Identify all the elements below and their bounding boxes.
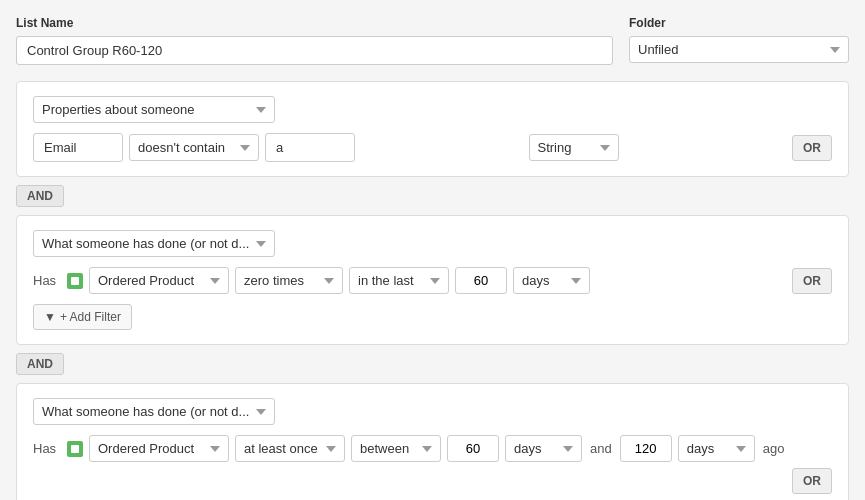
block3-days-input2[interactable] xyxy=(620,435,672,462)
block3-days-unit-select1[interactable]: days weeks months xyxy=(505,435,582,462)
block2-add-filter-label: + Add Filter xyxy=(60,310,121,324)
page-container: List Name Folder Unfiled My Lists Shared… xyxy=(16,16,849,500)
block2-event-select[interactable]: Ordered Product xyxy=(89,267,229,294)
block1-type-select[interactable]: String Number Date xyxy=(529,134,619,161)
block2-days-input[interactable] xyxy=(455,267,507,294)
folder-group: Folder Unfiled My Lists Shared Lists xyxy=(629,16,849,65)
block3-days-input1[interactable] xyxy=(447,435,499,462)
block3-frequency-select[interactable]: at least once zero times exactly more th… xyxy=(235,435,345,462)
block3-filter-row: Has Ordered Product at least once zero t… xyxy=(33,435,832,494)
block3-days-unit-select2[interactable]: days weeks months xyxy=(678,435,755,462)
block2-event-icon xyxy=(67,273,83,289)
block2-frequency-select[interactable]: zero times at least once exactly more th… xyxy=(235,267,343,294)
block2-has-label: Has xyxy=(33,273,61,288)
block1-property-input[interactable] xyxy=(33,133,123,162)
block1-header: Properties about someone What someone ha… xyxy=(33,96,832,123)
and-separator-2: AND xyxy=(16,353,849,375)
block1-or-button[interactable]: OR xyxy=(792,135,832,161)
block3-and-text: and xyxy=(588,436,614,461)
block2-time-select[interactable]: in the last before after between xyxy=(349,267,449,294)
folder-select[interactable]: Unfiled My Lists Shared Lists xyxy=(629,36,849,63)
block3-category-select[interactable]: What someone has done (or not d... Prope… xyxy=(33,398,275,425)
block2-or-button[interactable]: OR xyxy=(792,268,832,294)
and-badge-1: AND xyxy=(16,185,64,207)
block2-filter-row: Has Ordered Product zero times at least … xyxy=(33,267,832,294)
block1-filter-row: doesn't contain contains equals is empty… xyxy=(33,133,832,162)
block1-category-select[interactable]: Properties about someone What someone ha… xyxy=(33,96,275,123)
block3-time-select[interactable]: between in the last before after xyxy=(351,435,441,462)
block1-card: Properties about someone What someone ha… xyxy=(16,81,849,177)
folder-label: Folder xyxy=(629,16,849,30)
block1-operator-select[interactable]: doesn't contain contains equals is empty xyxy=(129,134,259,161)
block3-header: What someone has done (or not d... Prope… xyxy=(33,398,832,425)
top-row: List Name Folder Unfiled My Lists Shared… xyxy=(16,16,849,65)
block3-or-button[interactable]: OR xyxy=(792,468,832,494)
block2-add-filter-row: ▼ + Add Filter xyxy=(33,294,832,330)
list-name-label: List Name xyxy=(16,16,613,30)
block3-add-filter-row: ▼ + Add Filter xyxy=(33,494,832,500)
block2-card: What someone has done (or not d... Prope… xyxy=(16,215,849,345)
block3-card: What someone has done (or not d... Prope… xyxy=(16,383,849,500)
block3-ago-text: ago xyxy=(761,436,787,461)
block3-has-label: Has xyxy=(33,441,61,456)
block2-add-filter-button[interactable]: ▼ + Add Filter xyxy=(33,304,132,330)
list-name-input[interactable] xyxy=(16,36,613,65)
block2-add-filter-icon: ▼ xyxy=(44,310,56,324)
block1-value-input[interactable] xyxy=(265,133,355,162)
block2-header: What someone has done (or not d... Prope… xyxy=(33,230,832,257)
and-separator-1: AND xyxy=(16,185,849,207)
block2-days-unit-select[interactable]: days weeks months xyxy=(513,267,590,294)
and-badge-2: AND xyxy=(16,353,64,375)
block3-event-icon xyxy=(67,441,83,457)
block2-category-select[interactable]: What someone has done (or not d... Prope… xyxy=(33,230,275,257)
list-name-group: List Name xyxy=(16,16,613,65)
block3-event-select[interactable]: Ordered Product xyxy=(89,435,229,462)
